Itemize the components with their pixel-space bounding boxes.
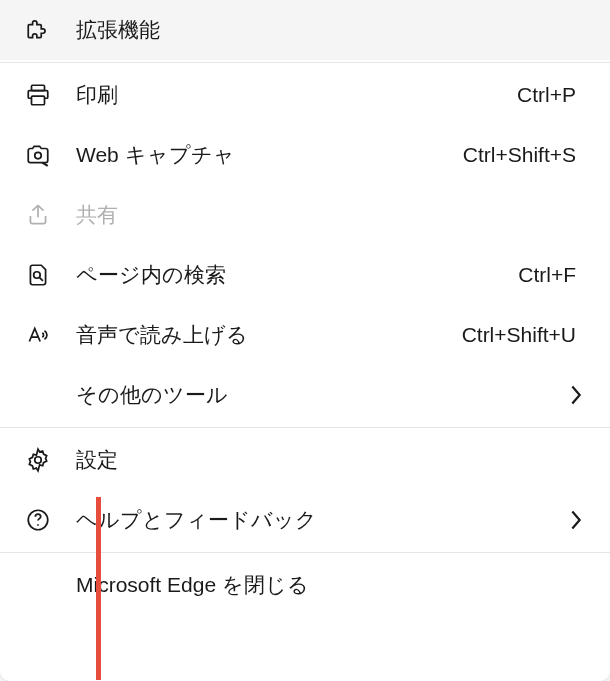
- camera-icon: [24, 141, 52, 169]
- print-icon: [24, 81, 52, 109]
- svg-point-3: [34, 272, 41, 279]
- chevron-right-icon: [566, 385, 586, 405]
- browser-settings-menu: 拡張機能 印刷 Ctrl+P Web キャプチャ Ctrl+Shift+S: [0, 0, 610, 681]
- menu-shortcut: Ctrl+Shift+U: [462, 323, 576, 347]
- menu-separator: [0, 62, 610, 63]
- menu-item-web-capture[interactable]: Web キャプチャ Ctrl+Shift+S: [0, 125, 610, 185]
- menu-shortcut: Ctrl+P: [517, 83, 576, 107]
- chevron-right-icon: [566, 510, 586, 530]
- menu-item-find-on-page[interactable]: ページ内の検索 Ctrl+F: [0, 245, 610, 305]
- menu-item-settings[interactable]: 設定: [0, 430, 610, 490]
- svg-rect-1: [32, 96, 45, 105]
- puzzle-icon: [24, 16, 52, 44]
- menu-item-label: ヘルプとフィードバック: [76, 506, 566, 534]
- svg-point-6: [37, 524, 39, 526]
- menu-separator: [0, 427, 610, 428]
- menu-separator: [0, 552, 610, 553]
- menu-item-share: 共有: [0, 185, 610, 245]
- menu-item-more-tools[interactable]: その他のツール: [0, 365, 610, 425]
- read-aloud-icon: [24, 321, 52, 349]
- svg-point-4: [35, 457, 42, 464]
- share-icon: [24, 201, 52, 229]
- menu-item-label: Microsoft Edge を閉じる: [76, 571, 586, 599]
- help-icon: [24, 506, 52, 534]
- menu-shortcut: Ctrl+Shift+S: [463, 143, 576, 167]
- settings-icon: [24, 446, 52, 474]
- menu-item-label: Web キャプチャ: [76, 141, 463, 169]
- menu-item-close-edge[interactable]: Microsoft Edge を閉じる: [0, 555, 610, 615]
- find-icon: [24, 261, 52, 289]
- menu-item-label: ページ内の検索: [76, 261, 518, 289]
- menu-item-extensions[interactable]: 拡張機能: [0, 0, 610, 60]
- menu-item-label: 印刷: [76, 81, 517, 109]
- menu-item-label: 設定: [76, 446, 586, 474]
- menu-item-label: その他のツール: [76, 381, 566, 409]
- menu-shortcut: Ctrl+F: [518, 263, 576, 287]
- menu-item-read-aloud[interactable]: 音声で読み上げる Ctrl+Shift+U: [0, 305, 610, 365]
- menu-item-label: 拡張機能: [76, 16, 586, 44]
- annotation-highlight: [96, 497, 101, 680]
- svg-point-2: [35, 152, 42, 159]
- menu-item-print[interactable]: 印刷 Ctrl+P: [0, 65, 610, 125]
- menu-item-label: 共有: [76, 201, 586, 229]
- menu-item-label: 音声で読み上げる: [76, 321, 462, 349]
- menu-item-help-feedback[interactable]: ヘルプとフィードバック: [0, 490, 610, 550]
